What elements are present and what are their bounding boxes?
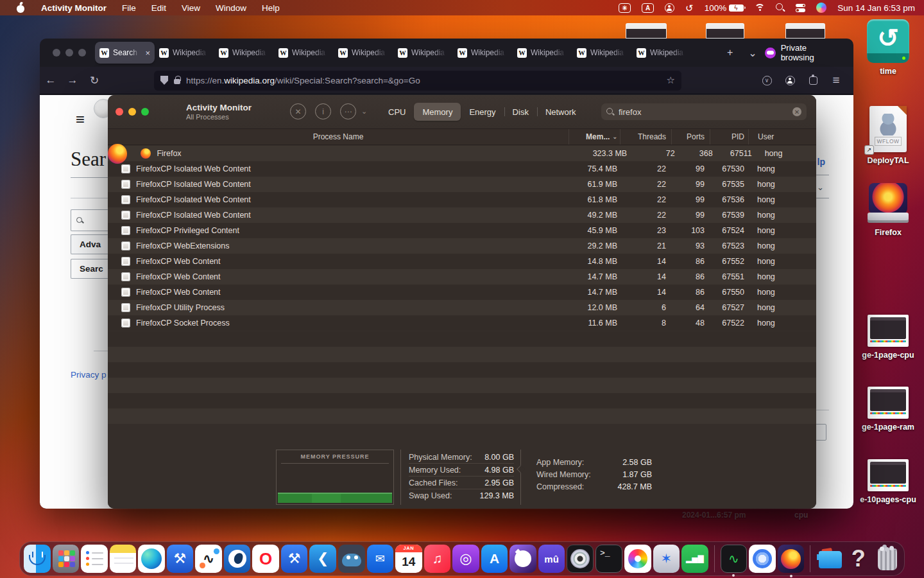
process-row[interactable]: FirefoxCP Isolated Web Content 75.4 MB 2… [108, 161, 816, 177]
desktop-icon-pages-cpu[interactable]: e-10pages-cpu [855, 459, 921, 504]
activity-monitor-titlebar[interactable]: Activity Monitor All Processes ✕ i ⋯ ⌄ C… [108, 95, 816, 128]
browser-tab[interactable]: W Wikipedia × [572, 42, 632, 64]
forward-button[interactable]: → [62, 74, 83, 87]
more-options-button[interactable]: ⋯ [340, 103, 356, 119]
spotlight-search-icon[interactable] [776, 3, 785, 12]
process-row[interactable]: FirefoxCP Isolated Web Content 61.8 MB 2… [108, 192, 816, 207]
stop-process-button[interactable]: ✕ [290, 103, 306, 119]
view-tab[interactable]: Memory [414, 103, 461, 121]
dock-item-terminal[interactable]: >_ [595, 545, 622, 573]
search-input[interactable] [619, 107, 788, 117]
dock-item-music[interactable]: ♫ [424, 545, 451, 573]
dock-item-notes[interactable] [110, 545, 137, 573]
dock-item-trash[interactable] [873, 545, 900, 573]
process-row[interactable]: Firefox 323.3 MB 72 368 67511 hong [108, 146, 816, 161]
dock-item-xcode[interactable]: ⚒ [167, 545, 194, 573]
dock-item-launchpad[interactable] [53, 545, 80, 573]
dock-item-musescore[interactable]: mû [538, 545, 565, 573]
browser-tab[interactable]: W Wikipedia × [453, 42, 513, 64]
address-bar[interactable]: https://en.wikipedia.org/wiki/Special:Se… [154, 71, 681, 91]
browser-tab[interactable]: W Wikipedia × [632, 42, 692, 64]
dock-item-numbers[interactable]: ▂▅▇ [681, 545, 708, 573]
column-header-user[interactable]: User [748, 129, 810, 144]
menu-help[interactable]: Help [255, 0, 287, 15]
process-row[interactable]: FirefoxCP Isolated Web Content 49.2 MB 2… [108, 207, 816, 223]
dock-item[interactable] [810, 545, 810, 572]
minimize-window-button[interactable] [65, 49, 73, 57]
dock-item-activity-monitor[interactable]: ∿ [721, 545, 748, 573]
user-account-icon[interactable] [665, 3, 674, 13]
column-header-ports[interactable]: Ports [671, 129, 710, 144]
dock-item-podcasts[interactable]: ◎ [452, 545, 479, 573]
desktop-icon-partial[interactable] [626, 23, 667, 39]
column-header-process-name[interactable]: Process Name [108, 129, 569, 144]
control-center-icon[interactable] [796, 4, 805, 12]
reload-button[interactable]: ↻ [83, 74, 105, 87]
zoom-window-button[interactable] [78, 49, 86, 57]
back-button[interactable]: ← [40, 74, 62, 87]
menu-window[interactable]: Window [209, 0, 253, 15]
dock-item-app-store[interactable]: A [481, 545, 508, 573]
clear-search-icon[interactable]: ✕ [792, 107, 801, 116]
app-menu-title[interactable]: Activity Monitor [34, 0, 114, 15]
help-link-partial[interactable]: lp [817, 157, 825, 167]
view-tab[interactable]: CPU [380, 103, 414, 121]
battery-status[interactable]: 100% ϟ [705, 3, 744, 13]
dock-item-finder[interactable] [24, 545, 51, 573]
dock-item-opera[interactable]: O [252, 545, 279, 573]
account-icon[interactable] [782, 72, 798, 89]
menu-file[interactable]: File [115, 0, 143, 15]
dock-item-vscode[interactable]: ❮ [309, 545, 336, 573]
dock-item[interactable] [714, 545, 715, 572]
desktop-icon-partial[interactable] [785, 23, 825, 39]
process-row[interactable]: FirefoxCP Privileged Content 45.9 MB 23 … [108, 223, 816, 238]
browser-tab[interactable]: W Wikipedia × [393, 42, 453, 64]
dock-item-missing[interactable]: ? [845, 545, 872, 573]
process-row[interactable]: FirefoxCP Isolated Web Content 61.9 MB 2… [108, 177, 816, 192]
close-tab-icon[interactable]: × [145, 48, 150, 58]
process-row[interactable]: FirefoxCP Utility Process 12.0 MB 6 64 6… [108, 300, 816, 315]
process-search-field[interactable]: ✕ [601, 103, 807, 120]
column-header-pid[interactable]: PID [710, 129, 748, 144]
desktop-icon-firefox-dmg[interactable]: Firefox [855, 183, 921, 237]
browser-tab[interactable]: W Wikipedia × [513, 42, 572, 64]
bookmark-star-icon[interactable]: ☆ [667, 74, 675, 86]
view-tab[interactable]: Network [537, 103, 585, 121]
desktop-icon-page-ram[interactable]: ge-1page-ram [855, 387, 921, 432]
pocket-icon[interactable]: ∨ [758, 72, 775, 89]
dock-item-calendar[interactable]: JAN 14 [395, 545, 422, 573]
browser-tab[interactable]: W Wikipedia × [274, 42, 334, 64]
keyboard-widget-icon[interactable]: ✳ [619, 3, 631, 13]
column-header-threads[interactable]: Threads [620, 129, 671, 144]
dock-item-xcode-beta[interactable]: ⚒ [281, 545, 308, 573]
inspect-process-button[interactable]: i [315, 103, 331, 119]
view-tab[interactable]: Energy [461, 103, 504, 121]
menu-edit[interactable]: Edit [144, 0, 173, 15]
browser-tab[interactable]: W Search × [95, 42, 155, 64]
browser-tab[interactable]: W Wikipedia × [155, 42, 214, 64]
dock-item-downloads[interactable] [816, 545, 843, 573]
tracking-protection-shield-icon[interactable] [160, 76, 168, 85]
menu-bar-clock[interactable]: Sun 14 Jan 6:53 pm [837, 3, 915, 13]
minimize-window-button[interactable] [128, 108, 136, 116]
app-menu-icon[interactable]: ≡ [828, 72, 844, 89]
extensions-puzzle-icon[interactable] [805, 72, 821, 89]
process-row[interactable]: FirefoxCP Web Content 14.7 MB 14 86 6755… [108, 269, 816, 285]
input-source-icon[interactable]: A [642, 3, 654, 13]
new-tab-button[interactable]: + [719, 47, 740, 58]
browser-tab[interactable]: W Wikipedia × [334, 42, 393, 64]
window-controls-inactive[interactable] [40, 49, 95, 57]
list-all-tabs-button[interactable]: ⌄ [740, 47, 764, 59]
dock-item-godot[interactable] [338, 545, 365, 573]
process-row[interactable]: FirefoxCP WebExtensions 29.2 MB 21 93 67… [108, 238, 816, 254]
zoom-window-button[interactable] [141, 108, 149, 116]
desktop-icon-deploytal[interactable]: WFLOW DeployTAL [855, 106, 921, 165]
https-lock-icon[interactable] [174, 79, 180, 84]
desktop-icon-time[interactable]: time [855, 19, 921, 76]
dock-item-disc[interactable] [567, 545, 594, 573]
desktop-icon-page-cpu[interactable]: ge-1page-cpu [855, 315, 921, 360]
apple-menu[interactable] [9, 0, 33, 15]
wifi-icon[interactable] [755, 4, 765, 12]
process-row[interactable]: FirefoxCP Web Content 14.7 MB 14 86 6755… [108, 285, 816, 300]
dock-item-reminders[interactable] [81, 545, 108, 573]
